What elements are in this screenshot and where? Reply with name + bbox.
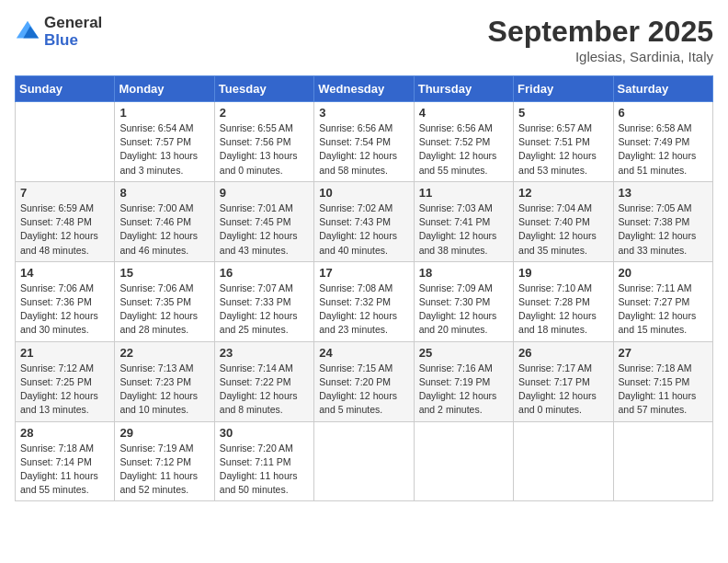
day-info: Sunrise: 7:03 AM Sunset: 7:41 PM Dayligh… [419, 201, 508, 258]
calendar-cell: 12Sunrise: 7:04 AM Sunset: 7:40 PM Dayli… [514, 181, 613, 261]
calendar: SundayMondayTuesdayWednesdayThursdayFrid… [15, 75, 713, 501]
weekday-header: Thursday [414, 76, 513, 102]
weekday-header: Tuesday [214, 76, 313, 102]
calendar-cell: 14Sunrise: 7:06 AM Sunset: 7:36 PM Dayli… [16, 261, 115, 341]
calendar-cell [314, 421, 414, 501]
day-info: Sunrise: 6:55 AM Sunset: 7:56 PM Dayligh… [220, 121, 309, 178]
day-info: Sunrise: 7:06 AM Sunset: 7:36 PM Dayligh… [20, 282, 109, 338]
calendar-cell: 25Sunrise: 7:16 AM Sunset: 7:19 PM Dayli… [414, 341, 513, 421]
day-info: Sunrise: 6:58 AM Sunset: 7:49 PM Dayligh… [619, 121, 708, 178]
calendar-cell: 4Sunrise: 6:56 AM Sunset: 7:52 PM Daylig… [414, 102, 513, 182]
day-info: Sunrise: 6:54 AM Sunset: 7:57 PM Dayligh… [119, 121, 209, 178]
logo: General Blue [15, 15, 102, 49]
day-number: 9 [220, 186, 309, 200]
logo-blue: Blue [44, 32, 102, 50]
day-number: 7 [20, 186, 109, 200]
calendar-cell: 24Sunrise: 7:15 AM Sunset: 7:20 PM Dayli… [314, 341, 414, 421]
day-number: 4 [419, 106, 508, 120]
day-number: 19 [518, 266, 608, 280]
day-number: 29 [119, 426, 209, 440]
calendar-cell: 3Sunrise: 6:56 AM Sunset: 7:54 PM Daylig… [314, 102, 414, 182]
day-number: 23 [220, 346, 309, 360]
weekday-header: Saturday [613, 76, 712, 102]
calendar-cell: 10Sunrise: 7:02 AM Sunset: 7:43 PM Dayli… [314, 181, 414, 261]
weekday-header: Sunday [16, 76, 115, 102]
calendar-week-row: 28Sunrise: 7:18 AM Sunset: 7:14 PM Dayli… [16, 421, 713, 501]
day-info: Sunrise: 7:11 AM Sunset: 7:27 PM Dayligh… [619, 282, 708, 338]
calendar-cell: 9Sunrise: 7:01 AM Sunset: 7:45 PM Daylig… [214, 181, 313, 261]
calendar-cell: 2Sunrise: 6:55 AM Sunset: 7:56 PM Daylig… [214, 102, 313, 182]
day-info: Sunrise: 7:06 AM Sunset: 7:35 PM Dayligh… [119, 282, 209, 338]
calendar-week-row: 14Sunrise: 7:06 AM Sunset: 7:36 PM Dayli… [16, 261, 713, 341]
calendar-week-row: 21Sunrise: 7:12 AM Sunset: 7:25 PM Dayli… [16, 341, 713, 421]
calendar-cell: 1Sunrise: 6:54 AM Sunset: 7:57 PM Daylig… [115, 102, 214, 182]
calendar-cell [414, 421, 513, 501]
day-info: Sunrise: 7:08 AM Sunset: 7:32 PM Dayligh… [319, 282, 408, 338]
day-number: 27 [619, 346, 708, 360]
day-info: Sunrise: 6:57 AM Sunset: 7:51 PM Dayligh… [518, 121, 608, 178]
page-header: General Blue September 2025 Iglesias, Sa… [15, 15, 713, 64]
day-number: 2 [220, 106, 309, 120]
calendar-cell: 26Sunrise: 7:17 AM Sunset: 7:17 PM Dayli… [514, 341, 613, 421]
weekday-header: Wednesday [314, 76, 414, 102]
month-title: September 2025 [488, 15, 713, 49]
day-info: Sunrise: 7:20 AM Sunset: 7:11 PM Dayligh… [220, 442, 309, 498]
day-number: 21 [20, 346, 109, 360]
day-number: 1 [119, 106, 209, 120]
calendar-cell: 7Sunrise: 6:59 AM Sunset: 7:48 PM Daylig… [16, 181, 115, 261]
calendar-cell: 19Sunrise: 7:10 AM Sunset: 7:28 PM Dayli… [514, 261, 613, 341]
weekday-header: Monday [115, 76, 214, 102]
day-number: 15 [119, 266, 209, 280]
day-number: 5 [518, 106, 608, 120]
calendar-cell: 21Sunrise: 7:12 AM Sunset: 7:25 PM Dayli… [16, 341, 115, 421]
calendar-week-row: 1Sunrise: 6:54 AM Sunset: 7:57 PM Daylig… [16, 102, 713, 182]
day-info: Sunrise: 7:14 AM Sunset: 7:22 PM Dayligh… [220, 362, 309, 418]
calendar-header-row: SundayMondayTuesdayWednesdayThursdayFrid… [16, 76, 713, 102]
day-info: Sunrise: 6:56 AM Sunset: 7:52 PM Dayligh… [419, 121, 508, 178]
day-number: 14 [20, 266, 109, 280]
day-info: Sunrise: 7:18 AM Sunset: 7:15 PM Dayligh… [619, 362, 708, 418]
day-info: Sunrise: 7:04 AM Sunset: 7:40 PM Dayligh… [518, 201, 608, 258]
calendar-cell [16, 102, 115, 182]
calendar-cell: 15Sunrise: 7:06 AM Sunset: 7:35 PM Dayli… [115, 261, 214, 341]
calendar-cell: 20Sunrise: 7:11 AM Sunset: 7:27 PM Dayli… [613, 261, 712, 341]
day-info: Sunrise: 7:15 AM Sunset: 7:20 PM Dayligh… [319, 362, 408, 418]
calendar-cell: 29Sunrise: 7:19 AM Sunset: 7:12 PM Dayli… [115, 421, 214, 501]
logo-icon [15, 19, 40, 45]
day-info: Sunrise: 7:18 AM Sunset: 7:14 PM Dayligh… [20, 442, 109, 498]
day-number: 18 [419, 266, 508, 280]
day-number: 12 [518, 186, 608, 200]
day-number: 20 [619, 266, 708, 280]
calendar-cell: 23Sunrise: 7:14 AM Sunset: 7:22 PM Dayli… [214, 341, 313, 421]
calendar-cell: 16Sunrise: 7:07 AM Sunset: 7:33 PM Dayli… [214, 261, 313, 341]
calendar-cell: 27Sunrise: 7:18 AM Sunset: 7:15 PM Dayli… [613, 341, 712, 421]
day-info: Sunrise: 7:17 AM Sunset: 7:17 PM Dayligh… [518, 362, 608, 418]
day-number: 10 [319, 186, 408, 200]
day-info: Sunrise: 7:16 AM Sunset: 7:19 PM Dayligh… [419, 362, 508, 418]
day-info: Sunrise: 7:10 AM Sunset: 7:28 PM Dayligh… [518, 282, 608, 338]
day-info: Sunrise: 7:00 AM Sunset: 7:46 PM Dayligh… [119, 201, 209, 258]
day-info: Sunrise: 7:12 AM Sunset: 7:25 PM Dayligh… [20, 362, 109, 418]
title-block: September 2025 Iglesias, Sardinia, Italy [488, 15, 713, 64]
day-info: Sunrise: 6:59 AM Sunset: 7:48 PM Dayligh… [20, 201, 109, 258]
calendar-cell: 22Sunrise: 7:13 AM Sunset: 7:23 PM Dayli… [115, 341, 214, 421]
calendar-week-row: 7Sunrise: 6:59 AM Sunset: 7:48 PM Daylig… [16, 181, 713, 261]
day-number: 28 [20, 426, 109, 440]
day-number: 22 [119, 346, 209, 360]
day-number: 24 [319, 346, 408, 360]
calendar-cell: 13Sunrise: 7:05 AM Sunset: 7:38 PM Dayli… [613, 181, 712, 261]
day-info: Sunrise: 7:09 AM Sunset: 7:30 PM Dayligh… [419, 282, 508, 338]
day-info: Sunrise: 7:07 AM Sunset: 7:33 PM Dayligh… [220, 282, 309, 338]
calendar-cell: 11Sunrise: 7:03 AM Sunset: 7:41 PM Dayli… [414, 181, 513, 261]
logo-text: General Blue [44, 15, 102, 49]
day-number: 17 [319, 266, 408, 280]
day-number: 6 [619, 106, 708, 120]
day-info: Sunrise: 7:13 AM Sunset: 7:23 PM Dayligh… [119, 362, 209, 418]
day-number: 13 [619, 186, 708, 200]
calendar-cell: 28Sunrise: 7:18 AM Sunset: 7:14 PM Dayli… [16, 421, 115, 501]
day-info: Sunrise: 7:19 AM Sunset: 7:12 PM Dayligh… [119, 442, 209, 498]
day-number: 26 [518, 346, 608, 360]
calendar-cell: 8Sunrise: 7:00 AM Sunset: 7:46 PM Daylig… [115, 181, 214, 261]
day-number: 8 [119, 186, 209, 200]
calendar-cell [613, 421, 712, 501]
